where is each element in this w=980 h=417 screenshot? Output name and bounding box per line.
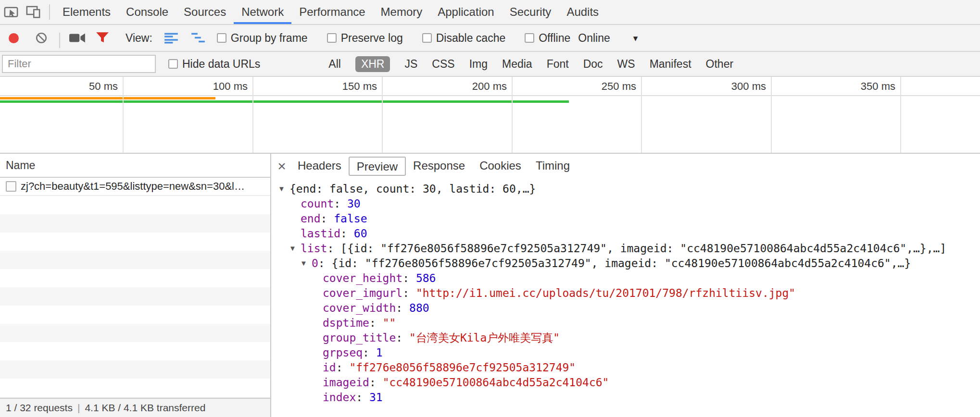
json-token: dsptime: [323, 317, 369, 329]
preview-tree-line: imageid: "cc48190e57100864abc4d55a2c4104…: [271, 375, 980, 390]
timeline-tick-label: 150 ms: [295, 80, 377, 93]
filter-type-other[interactable]: Other: [706, 56, 734, 72]
empty-row: [0, 360, 270, 379]
filter-type-media[interactable]: Media: [502, 56, 532, 72]
filter-type-all[interactable]: All: [328, 56, 341, 72]
timeline-tick-label: 50 ms: [36, 80, 118, 93]
throttling-select[interactable]: Online ▾: [578, 32, 638, 45]
tab-console[interactable]: Console: [118, 0, 176, 24]
json-token: cover_width: [323, 302, 396, 314]
tab-sources[interactable]: Sources: [176, 0, 234, 24]
preview-tree-line[interactable]: ▼list: [{id: "ff276e8056f58896e7cf92505a…: [271, 241, 980, 256]
json-token: count: [301, 197, 334, 210]
disable-cache-checkbox[interactable]: Disable cache: [422, 32, 505, 45]
checkbox[interactable]: [422, 33, 432, 43]
detail-tab-preview[interactable]: Preview: [349, 157, 406, 176]
filter-type-img[interactable]: Img: [469, 56, 488, 72]
checkbox[interactable]: [327, 33, 337, 43]
empty-row: [0, 251, 270, 269]
json-token: end: [301, 212, 321, 225]
capture-screenshots-button[interactable]: [69, 32, 86, 44]
preserve-log-checkbox[interactable]: Preserve log: [327, 32, 403, 45]
json-token: 880: [409, 302, 429, 314]
filter-type-manifest[interactable]: Manifest: [650, 56, 691, 72]
tab-audits[interactable]: Audits: [559, 0, 606, 24]
preserve-log-label[interactable]: Preserve log: [341, 32, 403, 45]
tab-performance[interactable]: Performance: [291, 0, 373, 24]
checkbox[interactable]: [525, 33, 534, 43]
filter-type-font[interactable]: Font: [547, 56, 569, 72]
clear-icon: [35, 32, 48, 44]
column-header-name[interactable]: Name: [0, 154, 270, 178]
json-token: 1: [376, 346, 383, 359]
detail-tab-strip: HeadersPreviewResponseCookiesTiming: [290, 157, 577, 176]
hide-data-urls-checkbox[interactable]: Hide data URLs: [168, 58, 260, 71]
group-by-frame-checkbox[interactable]: Group by frame: [217, 32, 308, 45]
checkbox[interactable]: [217, 33, 226, 43]
filter-type-doc[interactable]: Doc: [583, 56, 603, 72]
json-token: false: [334, 212, 367, 225]
json-token: :: [396, 331, 409, 344]
detail-tab-response[interactable]: Response: [406, 157, 472, 176]
detail-tab-headers[interactable]: Headers: [290, 157, 349, 176]
network-toolbar: View: Group by frame Preserve log: [0, 25, 980, 52]
empty-row: [0, 287, 270, 306]
close-detail-button[interactable]: ×: [273, 158, 290, 175]
filter-type-ws[interactable]: WS: [617, 56, 635, 72]
json-token: 30: [347, 197, 361, 210]
filter-type-js[interactable]: JS: [404, 56, 417, 72]
record-button[interactable]: [9, 33, 19, 43]
disable-cache-label[interactable]: Disable cache: [436, 32, 505, 45]
timeline-tick-label: 100 ms: [166, 80, 248, 93]
filter-input[interactable]: [2, 55, 156, 73]
tab-security[interactable]: Security: [502, 0, 559, 24]
detail-tab-timing[interactable]: Timing: [528, 157, 577, 176]
filter-type-xhr[interactable]: XHR: [355, 56, 390, 72]
json-token: lastid: [301, 227, 340, 240]
preview-tree-line[interactable]: ▼{end: false, count: 30, lastid: 60,…}: [271, 182, 980, 196]
filter-toggle-button[interactable]: [96, 32, 109, 44]
device-toolbar-button[interactable]: [22, 0, 44, 24]
tab-elements[interactable]: Elements: [55, 0, 118, 24]
throttling-value: Online: [578, 32, 610, 45]
empty-row: [0, 269, 270, 287]
json-token: 60: [354, 227, 367, 240]
hide-data-urls-label[interactable]: Hide data URLs: [182, 58, 260, 71]
camera-icon: [69, 32, 86, 44]
expander-icon[interactable]: ▼: [289, 241, 301, 256]
checkbox[interactable]: [168, 59, 178, 69]
expander-icon[interactable]: ▼: [278, 181, 289, 196]
preview-tree-line[interactable]: ▼0: {id: "ff276e8056f58896e7cf92505a3127…: [271, 256, 980, 271]
offline-label[interactable]: Offline: [539, 32, 570, 45]
group-by-frame-label[interactable]: Group by frame: [231, 32, 308, 45]
transferred-summary: 4.1 KB / 4.1 KB transferred: [85, 402, 205, 414]
tab-network[interactable]: Network: [234, 0, 291, 24]
detail-panel: × HeadersPreviewResponseCookiesTiming ▼{…: [271, 154, 980, 417]
show-overview-toggle[interactable]: [191, 32, 205, 44]
filter-type-css[interactable]: CSS: [432, 56, 454, 72]
json-token: cover_height: [323, 272, 402, 284]
timeline-gridline: [771, 77, 772, 153]
timeline-gridline: [900, 77, 901, 153]
preview-tree-line: cover_height: 586: [271, 271, 980, 286]
timeline-tick-label: 250 ms: [554, 80, 636, 93]
timeline-overview[interactable]: 50 ms100 ms150 ms200 ms250 ms300 ms350 m…: [0, 77, 980, 154]
preview-tree-line: lastid: 60: [271, 226, 980, 241]
large-rows-toggle[interactable]: [164, 32, 178, 44]
expander-icon[interactable]: ▼: [300, 256, 312, 270]
inspect-element-button[interactable]: [0, 0, 22, 24]
request-row[interactable]: zj?ch=beauty&t1=595&listtype=new&sn=30&l…: [0, 178, 270, 196]
clear-button[interactable]: [35, 32, 48, 44]
json-token: group_title: [323, 331, 396, 344]
tab-memory[interactable]: Memory: [373, 0, 430, 24]
timeline-gridline: [641, 77, 642, 153]
overview-bar-green: [0, 100, 569, 103]
devtools-window: ElementsConsoleSourcesNetworkPerformance…: [0, 0, 980, 417]
tab-application[interactable]: Application: [430, 0, 502, 24]
preview-tree: ▼{end: false, count: 30, lastid: 60,…}co…: [271, 179, 980, 417]
json-token: : {id: "ff276e8056f58896e7cf92505a312749…: [318, 257, 911, 270]
offline-checkbox[interactable]: Offline: [525, 32, 570, 45]
detail-tab-cookies[interactable]: Cookies: [472, 157, 528, 176]
timeline-gridline: [512, 77, 513, 153]
preview-tree-line: index: 31: [271, 390, 980, 405]
